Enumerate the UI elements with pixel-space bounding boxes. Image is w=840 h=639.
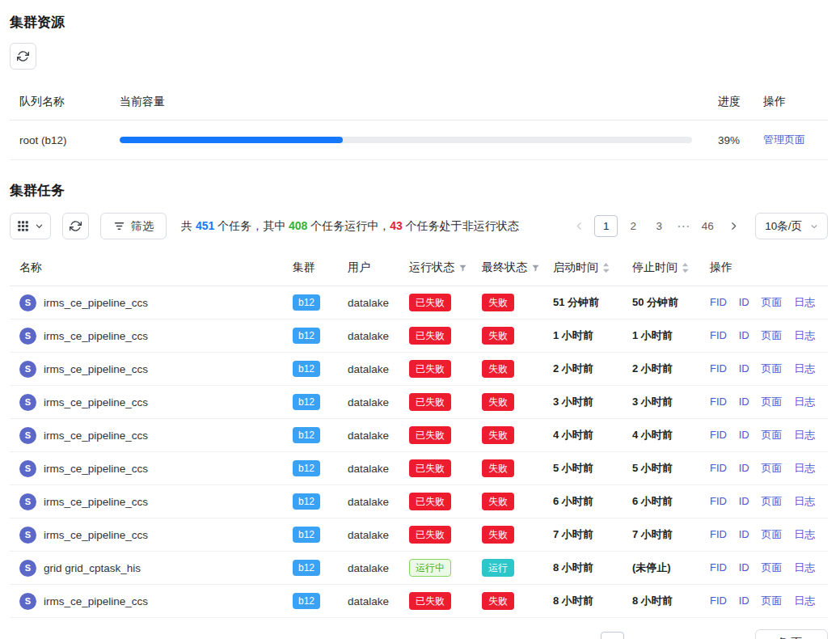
total-task-count: 451: [196, 219, 214, 232]
grid-icon: [17, 220, 29, 232]
page-button-last[interactable]: 46: [703, 632, 724, 639]
page-button-2[interactable]: 2: [629, 632, 650, 639]
log-link[interactable]: 日志: [794, 362, 815, 375]
page-button-1[interactable]: 1: [594, 215, 618, 237]
page-button-3[interactable]: 3: [648, 215, 669, 237]
task-page-link[interactable]: 页面: [761, 561, 782, 573]
fid-link[interactable]: FID: [710, 561, 727, 573]
final-status-badge: 失败: [482, 493, 514, 510]
next-page-button[interactable]: [723, 215, 744, 237]
funnel-filter-icon[interactable]: [531, 264, 540, 273]
id-link[interactable]: ID: [739, 296, 749, 308]
prev-page-button[interactable]: [568, 215, 589, 237]
fid-link[interactable]: FID: [710, 362, 727, 375]
id-link[interactable]: ID: [739, 528, 749, 540]
fid-link[interactable]: FID: [710, 296, 727, 308]
page-button-last[interactable]: 46: [697, 215, 718, 237]
funnel-filter-icon[interactable]: [458, 264, 467, 273]
stop-time: 1 小时前: [623, 320, 700, 353]
sort-icon[interactable]: [682, 262, 689, 273]
cluster-resources-section: 集群资源 队列名称 当前容量 进度 操作: [10, 13, 828, 160]
tasks-refresh-button[interactable]: [62, 213, 89, 239]
avatar: S: [19, 560, 36, 577]
fid-link[interactable]: FID: [710, 495, 727, 507]
avatar: S: [19, 427, 36, 444]
page-button-3[interactable]: 3: [655, 632, 676, 639]
task-name: irms_ce_pipeline_ccs: [44, 396, 148, 408]
resources-refresh-button[interactable]: [10, 43, 36, 70]
pagination-ellipsis[interactable]: ⋯: [674, 218, 692, 234]
start-time: 8 小时前: [543, 552, 623, 585]
col-final-status[interactable]: 最终状态: [472, 250, 543, 286]
task-user: datalake: [338, 286, 399, 320]
id-link[interactable]: ID: [739, 462, 749, 474]
column-settings-button[interactable]: [10, 213, 51, 239]
task-row: S irms_ce_pipeline_ccs b12 datalake 已失败 …: [10, 286, 828, 320]
task-page-link[interactable]: 页面: [761, 396, 782, 408]
task-user: datalake: [338, 485, 399, 518]
avatar: S: [19, 361, 36, 378]
sort-icon[interactable]: [602, 262, 610, 273]
log-link[interactable]: 日志: [794, 462, 815, 474]
log-link[interactable]: 日志: [794, 495, 815, 507]
fid-link[interactable]: FID: [710, 396, 727, 408]
filter-button[interactable]: 筛选: [100, 213, 167, 239]
resources-table: 队列名称 当前容量 进度 操作 root (b12) 39% 管理页面: [10, 84, 828, 160]
fid-link[interactable]: FID: [710, 462, 727, 474]
pagination-ellipsis[interactable]: ⋯: [681, 635, 699, 639]
task-page-link[interactable]: 页面: [761, 329, 782, 341]
col-name: 名称: [10, 250, 283, 286]
task-page-link[interactable]: 页面: [761, 595, 782, 607]
log-link[interactable]: 日志: [794, 561, 815, 573]
log-link[interactable]: 日志: [794, 296, 815, 308]
task-row: S irms_ce_pipeline_ccs b12 datalake 已失败 …: [10, 485, 828, 518]
id-link[interactable]: ID: [739, 561, 749, 573]
page-size-select[interactable]: 10条/页: [755, 629, 828, 639]
stop-time: 8 小时前: [623, 585, 700, 618]
tasks-table: 名称 集群 用户 运行状态 最终状态 启动时间 停止时间 操作 S irms_c…: [10, 250, 828, 618]
cluster-badge: b12: [293, 328, 320, 344]
id-link[interactable]: ID: [739, 396, 749, 408]
task-page-link[interactable]: 页面: [761, 429, 782, 441]
task-page-link[interactable]: 页面: [761, 462, 782, 474]
prev-page-button[interactable]: [575, 632, 596, 639]
task-row: S irms_ce_pipeline_ccs b12 datalake 已失败 …: [10, 320, 828, 353]
task-page-link[interactable]: 页面: [761, 495, 782, 507]
avatar: S: [19, 593, 36, 610]
log-link[interactable]: 日志: [794, 329, 815, 341]
col-run-status[interactable]: 运行状态: [399, 250, 472, 286]
tasks-header-row: 名称 集群 用户 运行状态 最终状态 启动时间 停止时间 操作: [10, 250, 828, 286]
avatar: S: [19, 394, 36, 411]
id-link[interactable]: ID: [739, 429, 749, 441]
fid-link[interactable]: FID: [710, 528, 727, 540]
id-link[interactable]: ID: [739, 595, 749, 607]
fid-link[interactable]: FID: [710, 429, 727, 441]
log-link[interactable]: 日志: [794, 595, 815, 607]
page-button-2[interactable]: 2: [623, 215, 644, 237]
fid-link[interactable]: FID: [710, 329, 727, 341]
col-stop-time[interactable]: 停止时间: [623, 250, 700, 286]
task-page-link[interactable]: 页面: [761, 362, 782, 375]
fid-link[interactable]: FID: [710, 595, 727, 607]
task-user: datalake: [338, 552, 399, 585]
id-link[interactable]: ID: [739, 495, 749, 507]
cluster-badge: b12: [293, 560, 320, 576]
col-queue-name: 队列名称: [10, 84, 110, 121]
chevron-down-icon: [810, 222, 818, 231]
log-link[interactable]: 日志: [794, 429, 815, 441]
log-link[interactable]: 日志: [794, 396, 815, 408]
run-status-badge: 已失败: [409, 526, 451, 544]
id-link[interactable]: ID: [739, 362, 749, 375]
manage-page-link[interactable]: 管理页面: [763, 133, 805, 146]
stop-time: 4 小时前: [623, 419, 700, 452]
id-link[interactable]: ID: [739, 329, 749, 341]
next-page-button[interactable]: [729, 632, 750, 639]
log-link[interactable]: 日志: [794, 528, 815, 540]
start-time: 7 小时前: [543, 518, 623, 552]
cluster-badge: b12: [293, 593, 320, 609]
page-button-1[interactable]: 1: [601, 632, 624, 639]
task-page-link[interactable]: 页面: [761, 528, 782, 540]
col-start-time[interactable]: 启动时间: [543, 250, 623, 286]
task-page-link[interactable]: 页面: [761, 296, 782, 308]
page-size-select[interactable]: 10条/页: [755, 213, 828, 239]
